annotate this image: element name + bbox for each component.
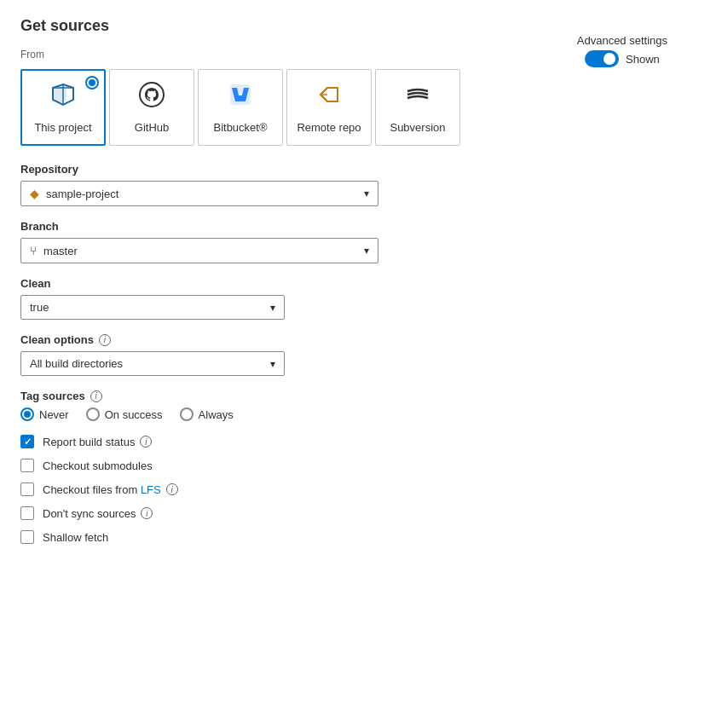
source-options: This project GitHub Bitbucket® bbox=[20, 69, 702, 146]
report-build-status-info-icon[interactable]: i bbox=[140, 436, 152, 448]
checkbox-label-dont-sync-sources: Don't sync sources i bbox=[43, 507, 153, 520]
radio-circle-never bbox=[20, 407, 34, 421]
clean-dropdown[interactable]: true ▾ bbox=[20, 295, 285, 320]
tag-sources-label: Tag sources i bbox=[20, 390, 702, 402]
repo-icon: ◆ bbox=[30, 187, 39, 200]
source-label-github: GitHub bbox=[135, 121, 169, 134]
checkbox-box-checkout-submodules bbox=[20, 459, 34, 472]
repository-chevron: ▾ bbox=[364, 188, 369, 199]
checkbox-box-checkout-files-lfs bbox=[20, 482, 34, 496]
radio-label-never: Never bbox=[39, 408, 69, 421]
clean-options-value: All build directories bbox=[30, 357, 123, 370]
advanced-settings-panel: Advanced settings Shown bbox=[577, 34, 667, 67]
clean-options-chevron: ▾ bbox=[270, 358, 275, 370]
toggle-knob bbox=[604, 53, 615, 65]
source-card-this-project[interactable]: This project bbox=[20, 69, 106, 146]
toggle-shown-label: Shown bbox=[626, 53, 660, 66]
clean-chevron: ▾ bbox=[270, 302, 275, 314]
checkbox-checkout-submodules[interactable]: Checkout submodules bbox=[20, 459, 702, 472]
radio-never[interactable]: Never bbox=[20, 407, 69, 421]
branch-icon: ⑂ bbox=[30, 244, 37, 257]
clean-label: Clean bbox=[20, 277, 702, 290]
source-card-bitbucket[interactable]: Bitbucket® bbox=[198, 69, 283, 146]
checkbox-label-checkout-files-lfs: Checkout files from LFS i bbox=[43, 483, 178, 496]
github-icon bbox=[138, 81, 165, 114]
clean-field-group: Clean true ▾ bbox=[20, 277, 702, 320]
branch-field-group: Branch ⑂ master ▾ bbox=[20, 220, 702, 263]
branch-label: Branch bbox=[20, 220, 702, 233]
remote-repo-icon bbox=[315, 81, 343, 114]
repository-label: Repository bbox=[20, 163, 702, 176]
checkbox-label-shallow-fetch: Shallow fetch bbox=[43, 531, 108, 544]
radio-fill-never bbox=[24, 411, 31, 418]
radio-circle-always bbox=[180, 407, 193, 421]
advanced-settings-toggle[interactable] bbox=[585, 50, 619, 67]
page-title: Get sources bbox=[20, 17, 702, 35]
radio-on-success[interactable]: On success bbox=[86, 407, 163, 421]
checkbox-report-build-status[interactable]: ✓ Report build status i bbox=[20, 435, 702, 448]
branch-dropdown[interactable]: ⑂ master ▾ bbox=[20, 238, 378, 263]
source-card-github[interactable]: GitHub bbox=[109, 69, 194, 146]
checkbox-check-report-build-status: ✓ bbox=[24, 436, 32, 448]
branch-chevron: ▾ bbox=[364, 245, 369, 257]
dont-sync-sources-info-icon[interactable]: i bbox=[141, 507, 153, 519]
checkbox-label-checkout-submodules: Checkout submodules bbox=[43, 459, 153, 472]
checkbox-box-report-build-status: ✓ bbox=[20, 435, 34, 448]
tag-sources-radio-group: Never On success Always bbox=[20, 407, 702, 421]
tag-sources-field-group: Tag sources i Never On success Always bbox=[20, 390, 702, 421]
source-label-bitbucket: Bitbucket® bbox=[213, 121, 267, 134]
clean-options-field-group: Clean options i All build directories ▾ bbox=[20, 333, 702, 376]
repository-value: sample-project bbox=[46, 188, 118, 200]
checkout-files-lfs-info-icon[interactable]: i bbox=[166, 483, 178, 495]
radio-label-on-success: On success bbox=[105, 408, 163, 421]
radio-circle-on-success bbox=[86, 407, 100, 421]
clean-options-info-icon[interactable]: i bbox=[99, 334, 111, 346]
checkbox-shallow-fetch[interactable]: Shallow fetch bbox=[20, 530, 702, 544]
this-project-icon bbox=[49, 81, 77, 114]
checkbox-label-report-build-status: Report build status i bbox=[43, 436, 152, 448]
source-card-remote-repo[interactable]: Remote repo bbox=[286, 69, 372, 146]
checkbox-box-dont-sync-sources bbox=[20, 506, 34, 520]
radio-label-always: Always bbox=[199, 408, 234, 421]
source-label-subversion: Subversion bbox=[390, 121, 445, 134]
clean-options-dropdown[interactable]: All build directories ▾ bbox=[20, 351, 285, 376]
branch-value: master bbox=[43, 245, 78, 257]
checkbox-box-shallow-fetch bbox=[20, 530, 34, 544]
radio-always[interactable]: Always bbox=[180, 407, 234, 421]
lfs-link[interactable]: LFS bbox=[141, 483, 161, 496]
svg-point-3 bbox=[140, 83, 164, 107]
clean-value: true bbox=[30, 301, 49, 314]
source-label-this-project: This project bbox=[34, 121, 91, 134]
bitbucket-icon bbox=[227, 81, 254, 114]
repository-dropdown[interactable]: ◆ sample-project ▾ bbox=[20, 181, 378, 206]
advanced-settings-label: Advanced settings bbox=[577, 34, 667, 47]
source-label-remote-repo: Remote repo bbox=[297, 121, 361, 134]
source-card-subversion[interactable]: Subversion bbox=[375, 69, 460, 146]
repository-field-group: Repository ◆ sample-project ▾ bbox=[20, 163, 702, 206]
checkbox-checkout-files-lfs[interactable]: Checkout files from LFS i bbox=[20, 482, 702, 496]
svg-rect-4 bbox=[230, 84, 251, 105]
radio-dot-this-project bbox=[85, 76, 99, 90]
clean-options-label: Clean options i bbox=[20, 333, 702, 346]
radio-dot-inner bbox=[89, 79, 95, 86]
checkboxes-section: ✓ Report build status i Checkout submodu… bbox=[20, 435, 702, 544]
checkbox-dont-sync-sources[interactable]: Don't sync sources i bbox=[20, 506, 702, 520]
subversion-icon bbox=[404, 81, 431, 114]
tag-sources-info-icon[interactable]: i bbox=[90, 390, 102, 402]
